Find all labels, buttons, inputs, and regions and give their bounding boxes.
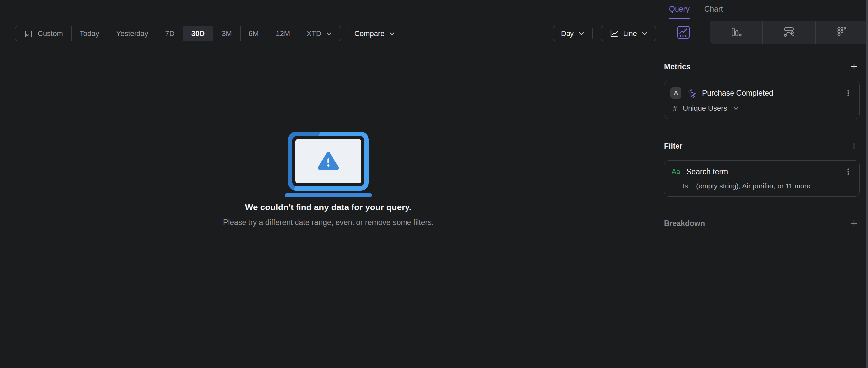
date-range-xtd[interactable]: XTD	[298, 26, 341, 41]
tab-chart[interactable]: Chart	[704, 5, 723, 21]
bar-chart-icon	[729, 25, 743, 40]
date-range-7d[interactable]: 7D	[157, 26, 183, 41]
retention-dots-icon	[835, 25, 849, 40]
chevron-down-icon	[326, 31, 332, 36]
granularity-dropdown[interactable]: Day	[553, 26, 593, 41]
line-chart-icon	[609, 29, 619, 39]
date-range-30d-selected[interactable]: 30D	[183, 26, 213, 41]
add-filter-button[interactable]	[848, 140, 860, 152]
display-toolbar: Day Line	[553, 26, 656, 41]
warning-triangle-icon	[317, 151, 340, 171]
chart-type-flows[interactable]	[762, 21, 815, 44]
chart-type-insights-selected[interactable]	[657, 21, 710, 44]
metric-card[interactable]: A Purchase Completed	[664, 81, 860, 119]
metrics-section: Metrics A Purchase Completed	[664, 61, 860, 119]
chart-type-retention[interactable]	[815, 21, 868, 44]
compare-button[interactable]: Compare	[346, 26, 403, 41]
kebab-menu-icon[interactable]	[843, 167, 854, 177]
metric-event-name[interactable]: Purchase Completed	[702, 89, 838, 98]
filter-operator: Is	[683, 182, 688, 190]
count-symbol: #	[673, 104, 677, 112]
breakdown-section: Breakdown	[664, 218, 860, 229]
chart-type-strip	[657, 21, 868, 44]
add-metric-button[interactable]	[848, 61, 860, 72]
chart-type-bar[interactable]	[710, 21, 763, 44]
breakdown-section-title: Breakdown	[664, 219, 705, 228]
date-range-custom[interactable]: Custom	[15, 26, 71, 41]
add-breakdown-button[interactable]	[848, 218, 860, 229]
kebab-menu-icon[interactable]	[843, 88, 854, 98]
filter-values-summary: (empty string), Air purifier, or 11 more	[696, 182, 810, 190]
chevron-down-icon	[733, 106, 739, 110]
empty-state: We couldn't find any data for your query…	[0, 132, 657, 227]
date-range-6m[interactable]: 6M	[240, 26, 267, 41]
filter-section-title: Filter	[664, 142, 682, 150]
query-builder-sidebar: Query Chart	[657, 0, 868, 368]
filter-section: Filter Aa Search term Is (e	[664, 140, 860, 197]
date-range-label: Custom	[38, 29, 63, 38]
tab-query[interactable]: Query	[669, 5, 690, 21]
sidebar-content: Metrics A Purchase Completed	[657, 61, 868, 229]
empty-state-subtitle: Please try a different date range, event…	[0, 218, 657, 227]
metrics-section-title: Metrics	[664, 62, 691, 71]
filter-values-row[interactable]: Is (empty string), Air purifier, or 11 m…	[670, 182, 854, 190]
flows-icon	[781, 25, 796, 40]
metric-aggregation-dropdown[interactable]: # Unique Users	[670, 104, 854, 112]
sidebar-tab-bar: Query Chart	[657, 0, 868, 21]
laptop-warning-illustration	[0, 132, 657, 197]
date-range-toolbar: Custom Today Yesterday 7D 30D 3M 6M 12M …	[15, 26, 403, 41]
filter-card[interactable]: Aa Search term Is (empty string), Air pu…	[664, 160, 860, 197]
chevron-down-icon	[578, 31, 585, 36]
empty-state-title: We couldn't find any data for your query…	[0, 202, 657, 212]
date-range-yesterday[interactable]: Yesterday	[108, 26, 157, 41]
chevron-down-icon	[641, 31, 648, 36]
aggregation-label: Unique Users	[683, 104, 727, 112]
calendar-icon	[24, 29, 33, 39]
date-range-segmented-control: Custom Today Yesterday 7D 30D 3M 6M 12M …	[15, 26, 341, 41]
insights-line-icon	[676, 25, 691, 40]
series-badge: A	[670, 87, 681, 99]
scrollbar[interactable]	[866, 0, 868, 368]
query-canvas: Custom Today Yesterday 7D 30D 3M 6M 12M …	[0, 0, 657, 368]
date-range-12m[interactable]: 12M	[267, 26, 298, 41]
date-range-today[interactable]: Today	[71, 26, 108, 41]
string-type-icon: Aa	[670, 167, 681, 176]
chevron-down-icon	[389, 31, 395, 36]
date-range-3m[interactable]: 3M	[213, 26, 240, 41]
chart-type-dropdown[interactable]: Line	[601, 26, 656, 41]
event-cursor-icon	[686, 88, 697, 98]
filter-property-name[interactable]: Search term	[686, 167, 838, 176]
